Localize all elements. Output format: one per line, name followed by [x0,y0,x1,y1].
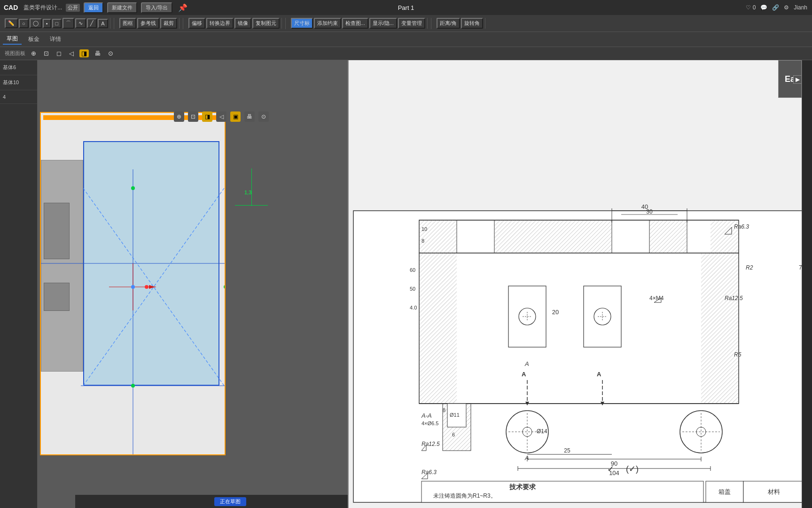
sep4 [431,18,431,29]
offset-btn[interactable]: 偏移 [188,18,205,29]
float-btn-1[interactable]: ⊕ [174,111,184,122]
sidebar-item-4[interactable]: 4 [0,90,37,104]
svg-text:50: 50 [410,286,415,292]
view-btn-print[interactable]: 🖶 [93,49,102,58]
rect-tool[interactable]: □ [52,19,62,28]
crop-btn[interactable]: 裁剪 [160,18,177,29]
svg-text:材料: 材料 [767,488,780,495]
tab-sheetmetal[interactable]: 板金 [24,34,43,44]
view-btn-circle[interactable]: ⊙ [106,49,115,58]
status-bar: 正在草图 [75,495,348,508]
sep1 [114,18,114,29]
svg-text:6: 6 [452,432,455,437]
copy-element-btn[interactable]: 复制图元 [252,18,280,29]
distance-angle-btn[interactable]: 距离/角 [437,18,460,29]
check-drawing-btn[interactable]: 检查图... [342,18,368,29]
right-collapse-arrow[interactable]: ▶ [793,75,802,84]
svg-text:Ra12.5: Ra12.5 [422,441,440,447]
float-toolbar: ⊕ ⊡ ◨ ◁ ▣ 🖶 ⊙ [174,111,269,122]
svg-rect-21 [649,220,687,253]
svg-text:A: A [524,360,529,367]
svg-text:25: 25 [564,447,570,454]
origin-dot [131,285,135,289]
view-btn-rect[interactable]: ◻ [55,49,63,58]
svg-text:A-A: A-A [421,412,432,419]
tech-drawing-svg: 40 30 Ra6.3 10 8 R2 Ra6.3 7 [349,60,812,508]
svg-rect-37 [419,253,457,404]
mirror-btn[interactable]: 镜像 [234,18,251,29]
svg-text:Ra6.3: Ra6.3 [734,223,749,230]
rotation-angle-btn[interactable]: 旋转角 [461,18,483,29]
svg-text:20: 20 [552,309,559,316]
heart-icon: ♡ 0 [746,4,756,11]
construction-lines-svg [41,113,226,455]
svg-rect-36 [419,253,739,404]
float-btn-2[interactable]: ⊡ [188,111,198,122]
dimension-group: 尺寸标 添加约束 检查图... 显示/隐... 变量管理 [289,18,428,29]
view-btn-active[interactable]: ◨ [79,49,89,57]
constraint-dot-3 [224,285,226,289]
line-tool[interactable]: ╱ [87,18,97,28]
wave-tool[interactable]: ∿ [75,18,86,28]
float-btn-7[interactable]: ⊙ [258,111,269,122]
svg-text:4×Ø6.5: 4×Ø6.5 [422,421,438,426]
pencil-tool[interactable]: ✏️ [5,18,18,28]
constraint-dot-2 [131,384,135,388]
svg-text:R5: R5 [734,351,742,358]
dot-tool[interactable]: • [43,19,51,28]
view-panel-label: 视图面板 [5,50,25,57]
svg-text:Ra12.5: Ra12.5 [725,295,743,302]
cursor-vertical-line [251,168,252,206]
svg-text:A: A [524,454,529,461]
variable-mgr-btn[interactable]: 变量管理 [398,18,425,29]
svg-text:Ø14: Ø14 [537,428,547,435]
svg-rect-19 [419,220,457,253]
float-btn-5-active[interactable]: ▣ [230,111,241,122]
status-badge: 正在草图 [214,497,246,506]
sidebar-item-base10[interactable]: 基体10 [0,75,37,90]
svg-text:60: 60 [410,267,415,273]
tech-drawing-panel: 40 30 Ra6.3 10 8 R2 Ra6.3 7 [348,60,812,508]
dimension-btn[interactable]: 尺寸标 [291,18,313,29]
figure-btn[interactable]: 图框 [119,18,136,29]
right-panel [802,60,812,508]
toolbar1: ✏️ ○ ◯ • □ ⌒ ∿ ╱ A 图框 参考线 裁剪 偏移 转换边界 镜像 … [0,15,812,32]
tab-sketch[interactable]: 草图 [3,34,22,45]
svg-text:R2: R2 [746,264,753,271]
sidebar-item-base6[interactable]: 基体6 [0,60,37,75]
svg-text:(✓): (✓) [626,464,639,474]
import-export-button[interactable]: 导入/导出 [141,2,172,13]
svg-text:A: A [522,371,526,378]
svg-rect-38 [701,253,739,404]
reference-btn[interactable]: 参考线 [137,18,159,29]
draw-group: ✏️ ○ ◯ • □ ⌒ ∿ ╱ A [3,18,110,29]
chat-icon: 💬 [760,4,767,11]
display-hide-btn[interactable]: 显示/隐... [369,18,397,29]
new-file-button[interactable]: 新建文件 [107,2,137,13]
back-button[interactable]: 返回 [84,2,103,13]
add-constraint-btn[interactable]: 添加约束 [314,18,341,29]
convert-border-btn[interactable]: 转换边界 [206,18,234,29]
public-tag: 公开 [66,4,80,12]
measure-group: 距离/角 旋转角 [435,18,485,29]
circle-tool[interactable]: ○ [19,19,29,28]
float-btn-3-active[interactable]: ◨ [202,111,212,122]
share-icon: 🔗 [772,4,779,11]
arc-tool[interactable]: ⌒ [62,18,74,29]
float-btn-4[interactable]: ◁ [216,111,226,122]
text-tool[interactable]: A [98,19,108,28]
tab-detail[interactable]: 详情 [46,34,65,44]
view-btn-crosshair[interactable]: ⊕ [29,49,38,58]
cursor-coords: 1,3 [244,190,251,195]
float-btn-6[interactable]: 🖶 [244,111,255,122]
svg-text:8: 8 [422,238,424,244]
figure-group: 图框 参考线 裁剪 [117,18,180,29]
ellipse-tool[interactable]: ◯ [30,18,42,28]
settings-icon: ⚙ [784,4,789,11]
drawing-view [40,112,226,455]
canvas-area[interactable]: ⊕ ⊡ ◨ ◁ ▣ 🖶 ⊙ 1,3 正在草图 [38,60,348,508]
view-btn-arrow[interactable]: ◁ [67,49,76,58]
svg-text:未注铸造圆角为R1~R3。: 未注铸造圆角为R1~R3。 [433,492,496,499]
view-btn-frame[interactable]: ⊡ [42,49,51,58]
cursor-horizontal-line [235,205,268,206]
